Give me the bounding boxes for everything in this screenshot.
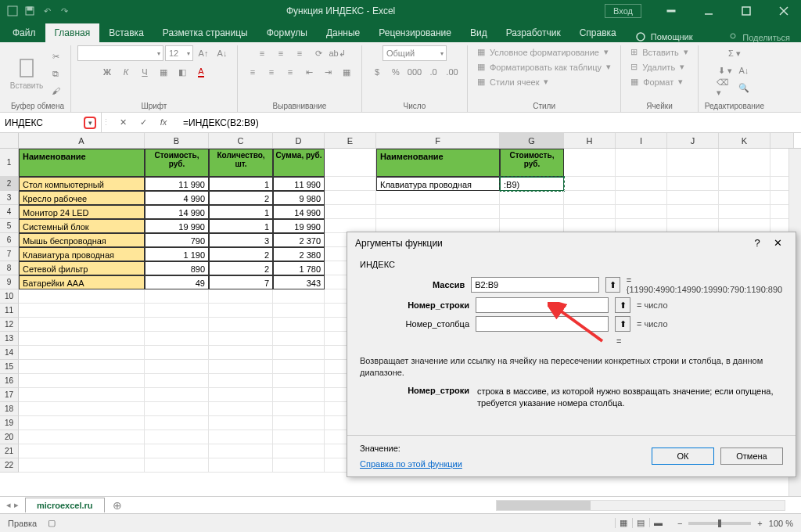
cell[interactable]: 19 990 (273, 219, 325, 233)
indent-dec-icon[interactable]: ⇤ (300, 64, 318, 80)
cell[interactable] (719, 205, 770, 219)
dec-decimal-icon[interactable]: .00 (444, 64, 461, 80)
tab-formulas[interactable]: Формулы (257, 23, 317, 42)
format-as-table[interactable]: ▦ Форматировать как таблицу ▾ (474, 60, 614, 74)
cell[interactable]: Батарейки AAA (19, 275, 145, 289)
autosum-icon[interactable]: Σ ▾ (726, 45, 743, 61)
horizontal-scrollbar[interactable] (496, 500, 785, 511)
name-box[interactable]: ▾ (0, 113, 102, 132)
sheet-nav-next[interactable]: ▸ (14, 500, 19, 510)
cell[interactable]: 2 (209, 247, 273, 261)
ref-select-icon[interactable]: ⬆ (615, 297, 630, 313)
cell[interactable]: 2 (209, 261, 273, 275)
cell[interactable] (273, 346, 325, 360)
cell[interactable] (19, 402, 145, 416)
font-name-combo[interactable] (77, 45, 163, 61)
cell[interactable] (616, 205, 667, 219)
cell[interactable]: Клавиатура проводная (19, 247, 145, 261)
conditional-formatting[interactable]: ▦ Условное форматирование ▾ (474, 45, 612, 59)
cell[interactable]: 1 780 (273, 261, 325, 275)
col-header[interactable]: J (667, 133, 719, 148)
tab-review[interactable]: Рецензирование (369, 23, 461, 42)
cell[interactable] (616, 191, 667, 205)
cell[interactable] (273, 388, 325, 402)
cell[interactable] (19, 360, 145, 374)
cell[interactable]: Монитор 24 LED (19, 205, 145, 219)
col-header[interactable]: I (616, 133, 667, 148)
cell[interactable] (19, 430, 145, 444)
cell[interactable]: 790 (145, 233, 209, 247)
tab-developer[interactable]: Разработчик (497, 23, 570, 42)
cell[interactable] (209, 360, 273, 374)
active-cell[interactable]: :B9) (500, 177, 564, 191)
col-header[interactable]: C (209, 133, 273, 148)
save-icon[interactable] (22, 3, 38, 19)
align-center-icon[interactable]: ≡ (263, 64, 280, 80)
fill-icon[interactable]: ⬇ ▾ (717, 63, 734, 78)
cell[interactable]: Стоимость, руб. (145, 149, 209, 177)
cell[interactable] (564, 177, 616, 191)
insert-cells[interactable]: ⊞ Вставить ▾ (627, 45, 691, 59)
cell[interactable] (209, 388, 273, 402)
cell[interactable] (19, 332, 145, 346)
cancel-formula-icon[interactable]: ✕ (116, 117, 130, 128)
cell[interactable] (325, 191, 376, 205)
paste-button[interactable]: Вставить (11, 52, 42, 95)
align-right-icon[interactable]: ≡ (282, 64, 299, 80)
tab-view[interactable]: Вид (461, 23, 497, 42)
cell[interactable] (325, 205, 376, 219)
cell[interactable] (145, 430, 209, 444)
ribbon-options-icon[interactable] (654, 0, 688, 22)
cell[interactable] (145, 318, 209, 332)
cell[interactable] (19, 304, 145, 318)
cell[interactable] (145, 458, 209, 473)
cell[interactable] (273, 332, 325, 346)
new-sheet-icon[interactable]: ⊕ (105, 499, 130, 512)
zoom-slider[interactable] (688, 522, 751, 525)
border-icon[interactable]: ▦ (155, 64, 172, 80)
cell[interactable]: 4 990 (145, 191, 209, 205)
name-box-dropdown[interactable]: ▾ (84, 117, 96, 129)
cell[interactable] (273, 402, 325, 416)
tab-insert[interactable]: Вставка (99, 23, 153, 42)
cell[interactable]: 343 (273, 275, 325, 289)
cell[interactable] (273, 289, 325, 304)
col-header[interactable]: G (500, 133, 564, 148)
redo-icon[interactable]: ↷ (56, 3, 72, 19)
cell[interactable] (719, 177, 770, 191)
delete-cells[interactable]: ⊟ Удалить ▾ (627, 60, 688, 74)
clear-icon[interactable]: ⌫ ▾ (717, 80, 734, 95)
cell[interactable] (145, 360, 209, 374)
cell[interactable]: 7 (209, 275, 273, 289)
dialog-help-icon[interactable]: ? (747, 237, 767, 249)
zoom-level[interactable]: 100 % (769, 519, 793, 528)
maximize-icon[interactable] (729, 0, 763, 22)
cell[interactable]: 49 (145, 275, 209, 289)
cell[interactable]: Сетевой фильтр (19, 261, 145, 275)
tab-help[interactable]: Справка (570, 23, 626, 42)
cell[interactable] (19, 318, 145, 332)
cell[interactable]: Клавиатура проводная (376, 177, 500, 191)
shrink-font-icon[interactable]: A↓ (214, 45, 231, 61)
cell[interactable] (209, 416, 273, 430)
dialog-close-icon[interactable]: ✕ (767, 237, 788, 249)
font-color-icon[interactable]: А (192, 64, 210, 80)
dialog-help-link[interactable]: Справка по этой функции (360, 459, 462, 469)
ref-select-icon[interactable]: ⬆ (605, 277, 620, 293)
zoom-out-icon[interactable]: − (677, 519, 682, 528)
comma-icon[interactable]: 000 (406, 64, 423, 80)
view-buttons[interactable]: ▦▤▬ (615, 518, 666, 528)
cell[interactable]: 11 990 (273, 177, 325, 191)
cell[interactable] (667, 149, 719, 177)
format-cells[interactable]: ▦ Формат ▾ (627, 75, 686, 88)
login-button[interactable]: Вход (605, 4, 641, 18)
cell[interactable] (19, 444, 145, 458)
zoom-in-icon[interactable]: + (757, 519, 762, 528)
cell[interactable]: 2 380 (273, 247, 325, 261)
sheet-nav-prev[interactable]: ◂ (6, 500, 11, 510)
select-all-corner[interactable] (0, 133, 19, 148)
cell[interactable] (667, 205, 719, 219)
cell[interactable]: 19 990 (145, 219, 209, 233)
bold-button[interactable]: Ж (99, 64, 116, 80)
fill-color-icon[interactable]: ◧ (174, 64, 191, 80)
